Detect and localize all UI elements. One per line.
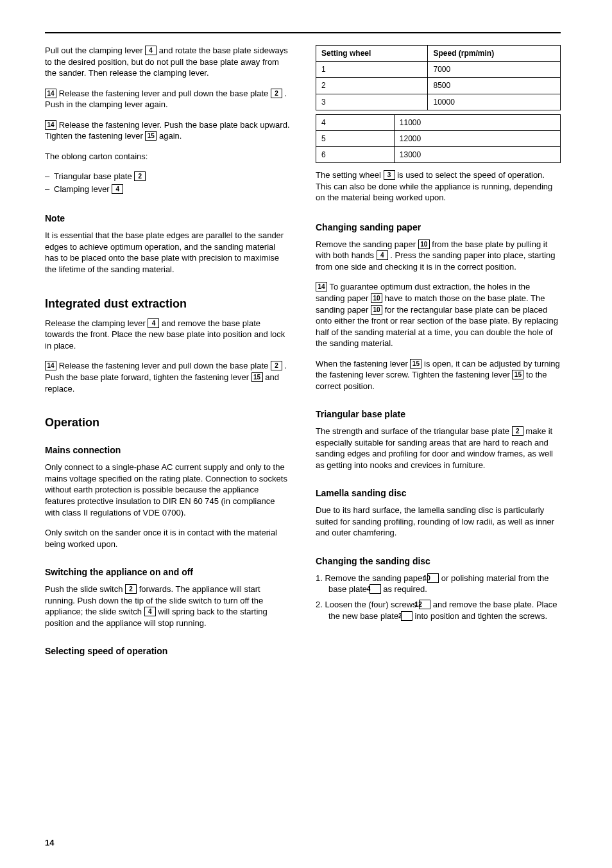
ref-2-icon: 2 [401,611,412,621]
text: Triangular base plate [54,171,134,181]
table-row: 1 7000 [316,62,561,78]
ref-15-icon: 15 [512,370,523,379]
table-row: 2 8500 [316,78,561,94]
list-item: Triangular base plate 2 [45,171,290,182]
table-header-setting: Setting wheel [316,46,428,62]
ref-14-icon: 14 [45,120,56,130]
section-operation: Operation [45,415,290,430]
para-fastening-adjust: When the fastening lever 15 is open, it … [316,358,561,392]
list-item: Clamping lever 4 [45,184,290,195]
text: Loosen the (four) screws [325,600,419,609]
carton-list: Triangular base plate 2 Clamping lever 4 [45,171,290,196]
subsection-sanding-paper: Changing sanding paper [316,221,561,234]
ref-2-icon: 2 [271,89,282,98]
cell: 2 [316,78,428,94]
cell: 8500 [428,78,561,94]
subsection-mains: Mains connection [45,444,290,456]
table-row: 4 11000 [316,114,561,130]
note-heading: Note [45,213,290,225]
para-guarantee-extraction: 14 To guarantee optimum dust extraction,… [316,281,561,349]
para-onoff: Push the slide switch 2 forwards. The ap… [45,584,290,629]
text: Release the fastening lever and pull dow… [59,361,271,370]
text: Remove the sanding paper [325,573,427,583]
ref-2-icon: 2 [271,361,282,370]
table-row: 6 13000 [316,147,561,163]
text: Release the fastening lever and pull dow… [59,89,271,98]
para-push-up: 14 Release the fastening lever. Push the… [45,119,290,142]
cell: 13000 [394,147,560,163]
para-remove-paper: Remove the sanding paper 10 from the bas… [316,239,561,273]
table-header-speed: Speed (rpm/min) [428,46,561,62]
para-carton-contains: The oblong carton contains: [45,151,290,162]
ref-14-icon: 14 [45,89,56,98]
cell: 7000 [428,62,561,78]
ref-15-icon: 15 [410,359,421,369]
text: again. [159,131,182,141]
text: as required. [383,584,427,594]
para-lamella: Due to its hard surface, the lamella san… [316,505,561,539]
para-release-pull: 14 Release the fastening lever and pull … [45,88,290,110]
text: into position and tighten the screws. [414,611,547,621]
ref-2-icon: 2 [512,426,523,436]
speed-table: Setting wheel Speed (rpm/min) 1 7000 2 8… [316,45,561,110]
subsection-lamella: Lamella sanding disc [316,487,561,499]
cell: 1 [316,62,428,78]
ref-15-icon: 15 [251,372,263,382]
cell: 4 [316,114,395,130]
ref-10-icon: 10 [427,573,439,583]
para-tri-plate: The strength and surface of the triangul… [316,426,561,471]
para-dust-remove: Release the clamping lever 4 and remove … [45,318,290,352]
ref-4-icon: 4 [377,250,388,260]
text: Push the slide switch [45,584,125,594]
page-number: 14 [45,837,54,849]
para-mains: Only connect to a single-phase AC curren… [45,462,290,518]
cell: 5 [316,130,395,146]
ref-12-icon: 12 [419,600,430,609]
section-dust-extraction: Integrated dust extraction [45,296,290,311]
ref-4-icon: 4 [144,607,156,616]
para-rotate-baseplate: Pull out the clamping lever 4 and rotate… [45,45,290,79]
cell: 10000 [428,94,561,110]
ref-4-icon: 4 [112,184,123,194]
table-row: 5 12000 [316,130,561,146]
page-columns: Pull out the clamping lever 4 and rotate… [45,45,561,663]
subsection-tri-plate: Triangular base plate [316,408,561,421]
ref-2-icon: 2 [125,584,137,594]
cell: 3 [316,94,428,110]
text: Remove the sanding paper [316,239,418,249]
ref-14-icon: 14 [45,361,56,370]
text: Release the clamping lever [45,318,148,328]
para-change-disc-2: 2. Loosen the (four) screws 12 and remov… [316,599,561,621]
ref-4-icon: 4 [370,584,381,594]
subsection-change-disc: Changing the sanding disc [316,555,561,568]
right-column: Setting wheel Speed (rpm/min) 1 7000 2 8… [316,45,561,663]
cell: 6 [316,147,395,163]
note-body: It is essential that the base plate edge… [45,230,290,275]
table-row: Setting wheel Speed (rpm/min) [316,46,561,62]
ref-2-icon: 2 [134,171,146,181]
text: Clamping lever [54,184,112,194]
speed-table-2: 4 11000 5 12000 6 13000 [316,114,561,164]
text: Pull out the clamping lever [45,46,145,55]
ref-4-icon: 4 [148,318,159,328]
subsection-speed: Selecting speed of operation [45,645,290,657]
cell: 12000 [394,130,560,146]
ref-10-icon: 10 [371,293,382,303]
subsection-onoff: Switching the appliance on and off [45,566,290,578]
ref-4-icon: 4 [145,46,157,55]
para-dust-fasten: 14 Release the fastening lever and pull … [45,360,290,394]
left-column: Pull out the clamping lever 4 and rotate… [45,45,290,663]
ref-3-icon: 3 [384,170,395,180]
text: When the fastening lever [316,359,410,369]
table-row: 3 10000 [316,94,561,110]
ref-14-icon: 14 [316,282,327,291]
text: The setting wheel [316,170,384,180]
ref-10-icon: 10 [371,305,382,315]
cell: 11000 [394,114,560,130]
para-switch-contact: Only switch on the sander once it is in … [45,527,290,550]
ref-10-icon: 10 [418,239,430,249]
text: The strength and surface of the triangul… [316,426,512,436]
para-change-disc-1: 1. Remove the sanding paper 10 or polish… [316,573,561,595]
ref-15-icon: 15 [145,131,157,141]
para-setting-wheel: The setting wheel 3 is used to select th… [316,169,561,204]
